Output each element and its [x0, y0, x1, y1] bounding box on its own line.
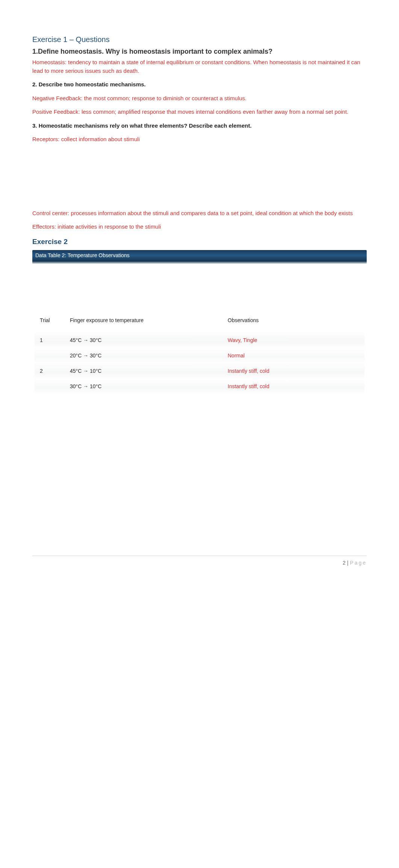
exercise1-section: Exercise 1 – Questions 1.Define homeosta…: [32, 34, 367, 231]
table-row: 1 45°C → 30°C Wavy, Tingle: [35, 333, 364, 348]
question-2: 2. Describe two homeostatic mechanisms.: [32, 80, 367, 89]
cell-exposure: 20°C → 30°C: [65, 348, 222, 363]
answer-2b: Positive Feedback: less common; amplifie…: [32, 108, 367, 116]
answer-3c: Effectors: initiate activities in respon…: [32, 223, 367, 231]
footer-sep: |: [346, 560, 350, 566]
table-row: 2 45°C → 10°C Instantly stiff, cold: [35, 363, 364, 379]
cell-trial: 2: [35, 363, 65, 379]
cell-observation: Instantly stiff, cold: [222, 379, 364, 394]
table-header-row: Trial Finger exposure to temperature Obs…: [35, 313, 364, 333]
header-exposure: Finger exposure to temperature: [65, 313, 222, 333]
table-row: 30°C → 10°C Instantly stiff, cold: [35, 379, 364, 394]
cell-trial: [35, 379, 65, 394]
question-3: 3. Homeostatic mechanisms rely on what t…: [32, 122, 367, 130]
page-footer: 2 | Page: [32, 556, 367, 567]
header-trial: Trial: [35, 313, 65, 333]
data-table: Trial Finger exposure to temperature Obs…: [35, 313, 364, 394]
cell-exposure: 45°C → 30°C: [65, 333, 222, 348]
exercise2-section: Exercise 2 Data Table 2: Temperature Obs…: [32, 237, 367, 395]
blank-space: [32, 149, 367, 209]
answer-2a: Negative Feedback: the most common; resp…: [32, 94, 367, 103]
data-table-wrap: Trial Finger exposure to temperature Obs…: [32, 313, 367, 394]
header-observations: Observations: [222, 313, 364, 333]
page-label: Page: [350, 560, 367, 566]
cell-observation: Normal: [222, 348, 364, 363]
cell-exposure: 30°C → 10°C: [65, 379, 222, 394]
page-number: 2: [343, 560, 346, 566]
cell-observation: Instantly stiff, cold: [222, 363, 364, 379]
question-1: 1.Define homeostasis. Why is homeostasis…: [32, 47, 367, 57]
table-caption: Data Table 2: Temperature Observations: [32, 250, 367, 264]
answer-3a: Receptors: collect information about sti…: [32, 135, 367, 144]
answer-3b: Control center: processes information ab…: [32, 209, 367, 218]
exercise1-title: Exercise 1 – Questions: [32, 34, 367, 45]
cell-exposure: 45°C → 10°C: [65, 363, 222, 379]
answer-1: Homeostasis: tendency to maintain a stat…: [32, 58, 367, 75]
table-row: 20°C → 30°C Normal: [35, 348, 364, 363]
exercise2-title: Exercise 2: [32, 237, 367, 247]
cell-trial: [35, 348, 65, 363]
cell-observation: Wavy, Tingle: [222, 333, 364, 348]
cell-trial: 1: [35, 333, 65, 348]
